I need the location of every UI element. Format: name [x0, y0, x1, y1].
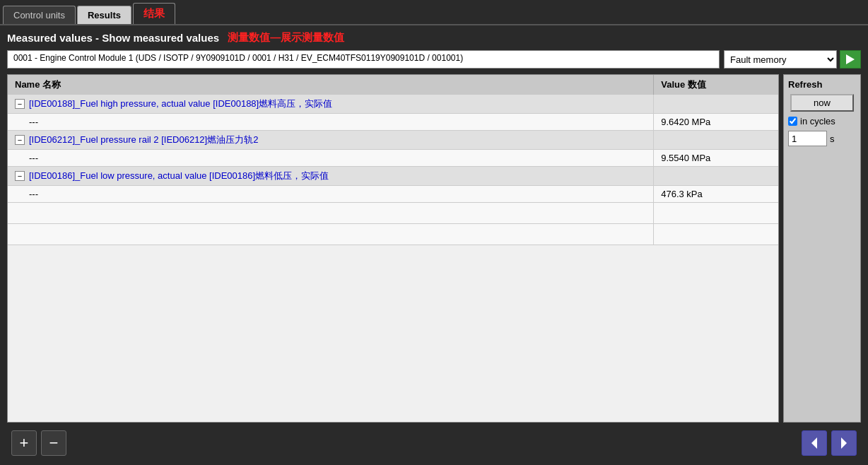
row-name: [IDE00186]_Fuel low pressure, actual val…	[29, 170, 329, 181]
bottom-bar: + −	[7, 427, 861, 459]
tab-bar: Control units Results 结果	[0, 0, 868, 25]
fault-select-wrapper: Fault memory	[724, 50, 861, 69]
table-row-empty	[8, 224, 778, 245]
row-name: [IDE00188]_Fuel high pressure, actual va…	[29, 98, 332, 109]
row-sensor-name: ---	[8, 114, 654, 131]
in-cycles-checkbox[interactable]	[788, 117, 797, 126]
col-value-header: Value 数值	[654, 75, 778, 95]
row-sensor-name: ---	[8, 186, 654, 203]
go-button[interactable]	[840, 50, 861, 69]
table-row-header: −[IDE06212]_Fuel pressure rail 2 [IED062…	[8, 131, 778, 150]
arrow-right-icon	[843, 52, 857, 66]
prev-button[interactable]	[802, 430, 827, 456]
refresh-panel: Refresh now in cycles s	[783, 74, 861, 423]
chevron-left-icon	[807, 436, 821, 450]
row-sensor-name: ---	[8, 150, 654, 167]
table-refresh-row: Name 名称 Value 数值 −[IDE00188]_Fuel high p…	[7, 74, 861, 423]
tab-results[interactable]: Results	[77, 6, 131, 24]
table-row-header: −[IDE00188]_Fuel high pressure, actual v…	[8, 95, 778, 114]
tab-control-units[interactable]: Control units	[3, 6, 76, 24]
tab-results-cn[interactable]: 结果	[133, 3, 175, 24]
page-title-en: Measured values - Show measured values	[7, 32, 219, 44]
table-row: ---9.6420 MPa	[8, 114, 778, 131]
table-row-header: −[IDE00186]_Fuel low pressure, actual va…	[8, 167, 778, 186]
chevron-right-icon	[837, 436, 851, 450]
table-row: ---476.3 kPa	[8, 186, 778, 203]
svg-marker-0	[846, 54, 855, 64]
data-table-wrapper: Name 名称 Value 数值 −[IDE00188]_Fuel high p…	[7, 74, 779, 423]
table-row: ---9.5540 MPa	[8, 150, 778, 167]
cycles-input[interactable]	[788, 131, 827, 146]
bottom-right	[802, 430, 857, 456]
row-name: [IDE06212]_Fuel pressure rail 2 [IED0621…	[29, 134, 258, 145]
plus-button[interactable]: +	[11, 430, 37, 456]
svg-marker-2	[841, 437, 847, 449]
now-button[interactable]: now	[790, 94, 854, 112]
next-button[interactable]	[831, 430, 857, 456]
minus-button[interactable]: −	[41, 430, 66, 456]
s-label: s	[830, 134, 835, 144]
title-row: Measured values - Show measured values 测…	[7, 31, 861, 45]
collapse-icon[interactable]: −	[15, 135, 25, 145]
ecu-field: 0001 - Engine Control Module 1 (UDS / IS…	[7, 50, 720, 69]
row-sensor-value: 9.6420 MPa	[654, 114, 778, 131]
svg-marker-1	[811, 437, 817, 449]
page-title-cn: 测量数值—展示测量数值	[228, 31, 344, 45]
refresh-label: Refresh	[788, 79, 822, 90]
col-name-header: Name 名称	[8, 75, 654, 95]
cycles-input-row: s	[788, 131, 835, 146]
main-content: Measured values - Show measured values 测…	[0, 25, 868, 465]
in-cycles-row: in cycles	[788, 116, 835, 126]
collapse-icon[interactable]: −	[15, 99, 25, 109]
row-sensor-value: 476.3 kPa	[654, 186, 778, 203]
bottom-left: + −	[11, 430, 66, 456]
data-table: Name 名称 Value 数值 −[IDE00188]_Fuel high p…	[8, 75, 778, 245]
fault-memory-select[interactable]: Fault memory	[724, 50, 837, 69]
collapse-icon[interactable]: −	[15, 171, 25, 181]
ecu-bar: 0001 - Engine Control Module 1 (UDS / IS…	[7, 50, 861, 69]
table-row-empty	[8, 203, 778, 224]
in-cycles-label: in cycles	[800, 116, 835, 126]
row-sensor-value: 9.5540 MPa	[654, 150, 778, 167]
